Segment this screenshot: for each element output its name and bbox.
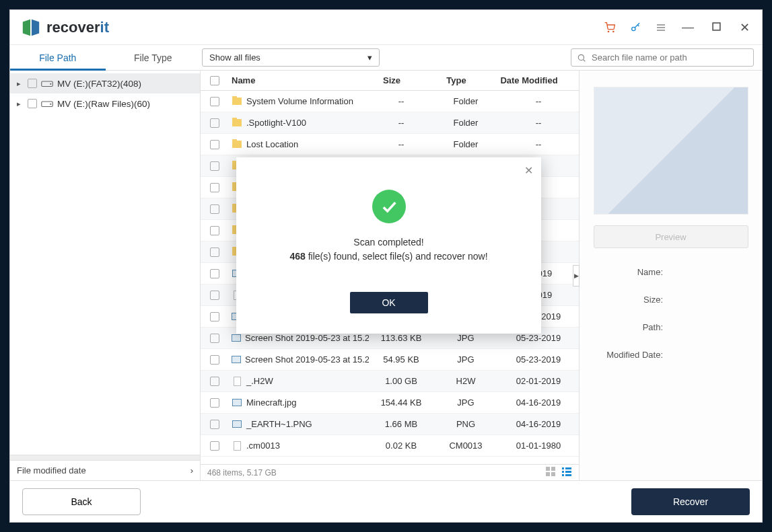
row-checkbox[interactable] [210, 161, 219, 171]
table-row[interactable]: Minecraft.jpg154.44 KBJPG04-16-2019 [201, 392, 579, 414]
file-name: _.H2W [246, 376, 273, 386]
row-checkbox[interactable] [210, 355, 219, 365]
back-button[interactable]: Back [22, 488, 141, 515]
collapse-preview-handle[interactable]: ▶ [573, 265, 580, 287]
svg-rect-14 [551, 467, 555, 471]
cart-icon[interactable] [604, 22, 615, 33]
svg-point-12 [50, 104, 51, 105]
col-type[interactable]: Type [424, 75, 489, 85]
footer: Back Recover [10, 480, 762, 522]
file-date: 04-16-2019 [498, 419, 579, 429]
row-checkbox[interactable] [210, 441, 219, 451]
meta-date-label: Modified Date: [596, 350, 663, 360]
meta-size-label: Size: [596, 295, 663, 305]
folder-tree: ▸ MV (E:)(FAT32)(408) ▸ MV (E:)(Raw File… [10, 71, 200, 455]
grid-view-icon[interactable] [545, 466, 556, 479]
file-icon [232, 441, 242, 451]
row-checkbox[interactable] [210, 140, 219, 149]
row-checkbox[interactable] [210, 377, 219, 386]
checkbox[interactable] [28, 79, 37, 88]
file-date: 05-23-2019 [498, 333, 579, 343]
dialog-close-button[interactable]: ✕ [524, 164, 533, 177]
tree-item[interactable]: ▸ MV (E:)(FAT32)(408) [10, 73, 200, 93]
list-view-icon[interactable] [561, 466, 572, 479]
key-icon[interactable] [630, 22, 641, 33]
col-date[interactable]: Date Modified [489, 75, 569, 85]
status-text: 468 items, 5.17 GB [207, 468, 277, 478]
row-checkbox[interactable] [210, 398, 219, 408]
app-logo: recoverit [21, 17, 109, 38]
file-name: Screen Shot 2019-05-23 at 15.25.24.j... [245, 354, 369, 365]
sidebar-scrollbar[interactable] [10, 455, 200, 460]
svg-rect-16 [551, 472, 555, 476]
folder-icon [232, 139, 242, 150]
col-name[interactable]: Name [229, 75, 359, 85]
window-maximize-button[interactable] [709, 20, 723, 34]
file-type: JPG [433, 333, 498, 343]
window-minimize-button[interactable]: — [681, 20, 695, 34]
file-name: System Volume Information [246, 96, 353, 106]
file-type: JPG [433, 397, 498, 408]
menu-icon[interactable] [656, 22, 666, 33]
svg-rect-19 [562, 471, 564, 473]
file-size: -- [369, 118, 433, 128]
file-size: -- [369, 139, 433, 149]
search-input[interactable] [592, 52, 748, 63]
titlebar-actions: — ✕ [604, 20, 751, 35]
table-row[interactable]: _.H2W1.00 GBH2W02-01-2019 [201, 371, 579, 392]
file-date: -- [498, 118, 579, 128]
dialog-ok-button[interactable]: OK [350, 292, 428, 313]
view-mode-switch [545, 466, 572, 479]
checkbox[interactable] [28, 99, 37, 108]
meta-name-label: Name: [596, 267, 663, 277]
table-row[interactable]: Lost Location--Folder-- [201, 134, 579, 155]
tree-item[interactable]: ▸ MV (E:)(Raw Files)(60) [10, 93, 200, 114]
window-close-button[interactable]: ✕ [738, 20, 751, 35]
table-row[interactable]: .cm00130.02 KBCM001301-01-1980 [201, 435, 579, 457]
svg-line-8 [584, 59, 586, 61]
file-date: 02-01-2019 [498, 376, 579, 386]
row-checkbox[interactable] [210, 269, 219, 278]
file-date: 05-23-2019 [498, 354, 579, 365]
row-checkbox[interactable] [210, 334, 219, 343]
image-icon [232, 354, 241, 365]
search-box[interactable] [571, 48, 754, 67]
titlebar: recoverit — ✕ [10, 10, 762, 45]
tab-file-path[interactable]: File Path [10, 45, 106, 70]
row-checkbox[interactable] [210, 118, 219, 128]
file-type: H2W [433, 376, 498, 386]
view-tabs: File Path File Type [10, 45, 201, 70]
row-checkbox[interactable] [210, 291, 219, 300]
scan-complete-dialog: ✕ Scan completed! 468 file(s) found, sel… [236, 157, 541, 334]
col-size[interactable]: Size [359, 75, 424, 85]
row-checkbox[interactable] [210, 248, 219, 257]
row-checkbox[interactable] [210, 183, 219, 192]
logo-icon [21, 17, 41, 38]
table-row[interactable]: _EARTH~1.PNG1.66 MBPNG04-16-2019 [201, 414, 579, 435]
tab-file-type[interactable]: File Type [106, 45, 201, 70]
table-row[interactable]: Screen Shot 2019-05-23 at 15.25.24.j...5… [201, 349, 579, 371]
image-icon [232, 419, 242, 430]
check-circle-icon [372, 190, 406, 223]
row-checkbox[interactable] [210, 226, 219, 235]
recover-button[interactable]: Recover [631, 488, 750, 515]
chevron-right-icon[interactable]: ▸ [17, 100, 24, 108]
row-checkbox[interactable] [210, 97, 219, 106]
svg-rect-15 [546, 472, 550, 476]
sidebar-filter-date[interactable]: File modified date › [10, 460, 200, 480]
row-checkbox[interactable] [210, 312, 219, 321]
meta-path-label: Path: [596, 322, 663, 332]
table-row[interactable]: .Spotlight-V100--Folder-- [201, 112, 579, 134]
svg-rect-18 [565, 467, 571, 469]
file-name: Minecraft.jpg [246, 397, 296, 408]
file-type: PNG [433, 419, 498, 429]
select-all-checkbox[interactable] [210, 76, 219, 85]
row-checkbox[interactable] [210, 204, 219, 214]
filter-select[interactable]: Show all files ▾ [202, 48, 380, 67]
chevron-right-icon[interactable]: ▸ [17, 79, 24, 88]
file-size: 0.02 KB [369, 441, 433, 451]
file-size: 54.95 KB [369, 354, 433, 365]
preview-button[interactable]: Preview [594, 225, 748, 248]
table-row[interactable]: System Volume Information--Folder-- [201, 91, 579, 112]
row-checkbox[interactable] [210, 420, 219, 429]
